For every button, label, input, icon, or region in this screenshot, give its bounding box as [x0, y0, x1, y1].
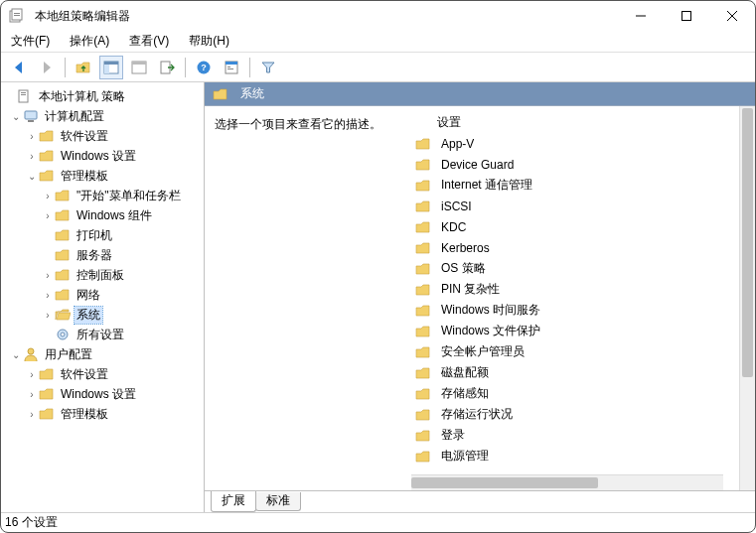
- filter-button[interactable]: [256, 56, 280, 79]
- help-button[interactable]: ?: [192, 56, 216, 79]
- list-item-label: KDC: [441, 220, 466, 234]
- tree-user-windows[interactable]: › Windows 设置: [1, 384, 204, 404]
- tree-all-settings[interactable]: › 所有设置: [1, 325, 204, 344]
- folder-icon: [415, 282, 431, 298]
- column-header[interactable]: 设置: [411, 112, 739, 133]
- scrollbar-thumb[interactable]: [411, 477, 598, 488]
- menu-action[interactable]: 操作(A): [68, 31, 111, 52]
- tree-user-software[interactable]: › 软件设置: [1, 364, 204, 384]
- forward-button[interactable]: [35, 56, 59, 79]
- list-item[interactable]: App-V: [411, 133, 739, 154]
- close-button[interactable]: [709, 1, 755, 31]
- horizontal-scrollbar[interactable]: [411, 474, 723, 490]
- tree-user-admin[interactable]: › 管理模板: [1, 404, 204, 424]
- svg-point-27: [28, 348, 34, 354]
- chevron-right-icon[interactable]: ›: [41, 191, 55, 201]
- tree-server[interactable]: › 服务器: [1, 245, 204, 265]
- list-item[interactable]: 登录: [411, 425, 739, 446]
- tree-label: 打印机: [75, 227, 114, 244]
- export-button[interactable]: [155, 56, 179, 79]
- list-item[interactable]: iSCSI: [411, 196, 739, 216]
- list-item[interactable]: Windows 时间服务: [411, 300, 739, 321]
- list-item-label: 登录: [441, 427, 465, 444]
- description-prompt: 选择一个项目来查看它的描述。: [215, 116, 401, 133]
- tree-label: 管理模板: [59, 168, 110, 185]
- back-button[interactable]: [7, 56, 31, 79]
- chevron-right-icon[interactable]: ›: [25, 369, 39, 380]
- folder-icon: [55, 267, 71, 283]
- folder-icon: [415, 178, 431, 194]
- tree-label: 服务器: [75, 247, 114, 264]
- list-item[interactable]: OS 策略: [411, 258, 739, 279]
- refresh-button[interactable]: [127, 56, 151, 79]
- tree-admin-templates[interactable]: ⌄ 管理模板: [1, 166, 204, 186]
- list-item[interactable]: Kerberos: [411, 237, 739, 258]
- tree-computer-config[interactable]: ⌄ 计算机配置: [1, 106, 204, 126]
- list-item[interactable]: 磁盘配额: [411, 362, 739, 383]
- list-item[interactable]: Device Guard: [411, 154, 739, 175]
- chevron-right-icon[interactable]: ›: [41, 290, 55, 301]
- tree-label: 用户配置: [43, 346, 94, 363]
- maximize-button[interactable]: [664, 1, 709, 31]
- chevron-right-icon[interactable]: ›: [25, 409, 39, 420]
- list-item[interactable]: 电源管理: [411, 446, 739, 466]
- tree-user-config[interactable]: ⌄ 用户配置: [1, 344, 204, 364]
- tree-label: Windows 组件: [75, 207, 154, 224]
- view-tabs: 扩展 标准: [205, 490, 755, 512]
- svg-rect-21: [21, 92, 26, 93]
- folder-icon: [415, 261, 431, 277]
- tree-system[interactable]: › 系统: [1, 305, 204, 325]
- folder-icon: [415, 199, 431, 214]
- tree-start-taskbar[interactable]: › "开始"菜单和任务栏: [1, 186, 204, 205]
- show-tree-button[interactable]: [99, 56, 123, 79]
- list-item[interactable]: PIN 复杂性: [411, 279, 739, 300]
- chevron-right-icon[interactable]: ›: [41, 310, 55, 321]
- properties-button[interactable]: [220, 56, 243, 79]
- tab-extended[interactable]: 扩展: [211, 491, 256, 512]
- list-item[interactable]: Windows 文件保护: [411, 321, 739, 341]
- svg-rect-12: [132, 62, 146, 65]
- chevron-down-icon[interactable]: ⌄: [9, 111, 23, 122]
- tree-pane[interactable]: ▸ 本地计算机 策略 ⌄ 计算机配置 › 软件设置 › Windows 设置 ⌄…: [1, 82, 205, 512]
- tree-label: 网络: [75, 287, 102, 304]
- menu-help[interactable]: 帮助(H): [187, 31, 231, 52]
- chevron-right-icon[interactable]: ›: [41, 270, 55, 281]
- chevron-right-icon[interactable]: ›: [25, 131, 39, 142]
- chevron-down-icon[interactable]: ⌄: [25, 171, 39, 182]
- vertical-scrollbar[interactable]: [739, 106, 755, 490]
- list-item[interactable]: KDC: [411, 216, 739, 237]
- up-button[interactable]: [72, 56, 95, 79]
- tree-windows-settings[interactable]: › Windows 设置: [1, 146, 204, 166]
- chevron-right-icon[interactable]: ›: [25, 151, 39, 162]
- list-item-label: 存储感知: [441, 385, 489, 402]
- tree-windows-components[interactable]: › Windows 组件: [1, 205, 204, 225]
- folder-icon: [415, 240, 431, 256]
- list-item[interactable]: 存储感知: [411, 383, 739, 404]
- menu-view[interactable]: 查看(V): [127, 31, 171, 52]
- tree-software-settings[interactable]: › 软件设置: [1, 126, 204, 146]
- main-area: ▸ 本地计算机 策略 ⌄ 计算机配置 › 软件设置 › Windows 设置 ⌄…: [1, 82, 755, 512]
- list-item[interactable]: 存储运行状况: [411, 404, 739, 425]
- tab-standard[interactable]: 标准: [255, 492, 301, 511]
- tree-root[interactable]: ▸ 本地计算机 策略: [1, 86, 204, 106]
- titlebar: 本地组策略编辑器: [1, 1, 755, 31]
- svg-rect-5: [682, 12, 691, 21]
- chevron-down-icon[interactable]: ⌄: [9, 349, 23, 360]
- list-item[interactable]: Internet 通信管理: [411, 175, 739, 196]
- list-item-label: OS 策略: [441, 260, 486, 277]
- scrollbar-thumb[interactable]: [742, 108, 753, 377]
- tree-printers[interactable]: › 打印机: [1, 225, 204, 245]
- menu-file[interactable]: 文件(F): [9, 31, 52, 52]
- list-item[interactable]: 安全帐户管理员: [411, 341, 739, 362]
- tree-network[interactable]: › 网络: [1, 285, 204, 305]
- folder-icon: [55, 207, 71, 223]
- svg-rect-2: [14, 13, 20, 14]
- list-item-label: 安全帐户管理员: [441, 343, 525, 360]
- tree-label: 软件设置: [59, 366, 110, 383]
- chevron-right-icon[interactable]: ›: [41, 210, 55, 221]
- minimize-button[interactable]: [618, 1, 664, 31]
- tree-control-panel[interactable]: › 控制面板: [1, 265, 204, 285]
- svg-rect-22: [21, 94, 26, 95]
- chevron-right-icon[interactable]: ›: [25, 389, 39, 400]
- list-pane[interactable]: 设置 App-VDevice GuardInternet 通信管理iSCSIKD…: [411, 106, 739, 490]
